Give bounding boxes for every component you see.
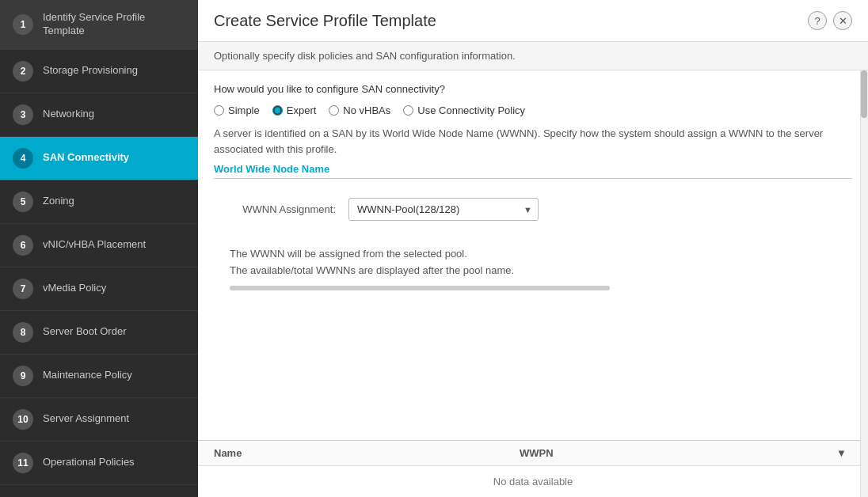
- step-num-3: 3: [13, 104, 33, 125]
- step-num-5: 5: [13, 192, 33, 212]
- step-num-9: 9: [13, 366, 33, 386]
- description-text: A server is identified on a SAN by its W…: [214, 126, 852, 157]
- step-label-7: vMedia Policy: [43, 282, 106, 295]
- form-content: How would you like to configure SAN conn…: [198, 70, 868, 440]
- sidebar-item-3[interactable]: 3Networking: [0, 93, 198, 137]
- main-content: Create Service Profile Template ? ✕ Opti…: [198, 0, 868, 497]
- sidebar-item-2[interactable]: 2Storage Provisioning: [0, 50, 198, 93]
- radio-no-vhbas-label: No vHBAs: [343, 104, 390, 116]
- table-col-action: ▼: [836, 447, 852, 459]
- help-button[interactable]: ?: [808, 11, 827, 30]
- step-num-11: 11: [13, 453, 33, 473]
- note-text: The WWNN will be assigned from the selec…: [214, 240, 852, 283]
- step-label-10: Server Assignment: [43, 412, 129, 426]
- sidebar-item-7[interactable]: 7vMedia Policy: [0, 267, 198, 311]
- radio-simple[interactable]: Simple: [214, 104, 260, 116]
- note-line2: The available/total WWNNs are displayed …: [230, 263, 836, 279]
- radio-simple-label: Simple: [228, 104, 260, 116]
- step-label-11: Operational Policies: [43, 456, 135, 469]
- scrollbar-track[interactable]: [860, 70, 868, 497]
- sidebar: 1Identify Service Profile Template2Stora…: [0, 0, 198, 497]
- step-num-6: 6: [13, 235, 33, 256]
- note-line1: The WWNN will be assigned from the selec…: [230, 246, 836, 263]
- table-body: No data available: [198, 466, 868, 497]
- radio-expert-input[interactable]: [272, 105, 283, 116]
- step-label-5: Zoning: [43, 195, 74, 208]
- sidebar-item-11[interactable]: 11Operational Policies: [0, 442, 198, 485]
- step-label-1: Identify Service Profile Template: [43, 11, 185, 38]
- radio-use-connectivity-input[interactable]: [403, 105, 413, 116]
- connectivity-question-row: How would you like to configure SAN conn…: [214, 83, 852, 95]
- table-col-name: Name: [214, 447, 520, 459]
- sidebar-item-4[interactable]: 4SAN Connectivity: [0, 137, 198, 180]
- table-action-icon[interactable]: ▼: [836, 447, 847, 459]
- connectivity-question: How would you like to configure SAN conn…: [214, 83, 852, 95]
- scrollbar-thumb[interactable]: [861, 70, 867, 118]
- step-label-6: vNIC/vHBA Placement: [43, 238, 146, 252]
- step-label-8: Server Boot Order: [43, 325, 127, 339]
- step-label-4: SAN Connectivity: [43, 151, 129, 165]
- sidebar-item-9[interactable]: 9Maintenance Policy: [0, 355, 198, 398]
- wwnn-label: WWNN Assignment:: [230, 203, 348, 215]
- radio-use-connectivity[interactable]: Use Connectivity Policy: [403, 104, 525, 116]
- dialog-header: Create Service Profile Template ? ✕: [198, 0, 868, 42]
- sidebar-item-10[interactable]: 10Server Assignment: [0, 398, 198, 442]
- step-num-1: 1: [13, 14, 33, 35]
- table-area: Name WWPN ▼ No data available: [198, 440, 868, 497]
- table-col-wwpn: WWPN: [520, 447, 836, 459]
- radio-group: Simple Expert No vHBAs Use Connectivity …: [214, 104, 852, 116]
- info-banner-text: Optionally specify disk policies and SAN…: [214, 50, 516, 62]
- dialog-title: Create Service Profile Template: [214, 12, 436, 30]
- step-num-10: 10: [13, 409, 33, 430]
- sidebar-item-8[interactable]: 8Server Boot Order: [0, 311, 198, 355]
- sidebar-item-6[interactable]: 6vNIC/vHBA Placement: [0, 224, 198, 267]
- step-num-7: 7: [13, 279, 33, 299]
- step-label-3: Networking: [43, 108, 94, 121]
- radio-no-vhbas-input[interactable]: [329, 105, 339, 116]
- radio-no-vhbas[interactable]: No vHBAs: [329, 104, 390, 116]
- info-banner: Optionally specify disk policies and SAN…: [198, 42, 868, 70]
- step-num-4: 4: [13, 148, 33, 169]
- step-label-2: Storage Provisioning: [43, 64, 138, 78]
- section-heading: World Wide Node Name: [214, 163, 852, 179]
- sidebar-item-5[interactable]: 5Zoning: [0, 180, 198, 224]
- no-data-message: No data available: [493, 476, 573, 488]
- radio-simple-input[interactable]: [214, 105, 224, 116]
- content-scroll: How would you like to configure SAN conn…: [198, 70, 868, 497]
- scroll-bar: [230, 286, 610, 290]
- sidebar-item-1[interactable]: 1Identify Service Profile Template: [0, 0, 198, 50]
- wwnn-field-row: WWNN Assignment: WWNN-Pool(128/128) Othe…: [214, 192, 852, 227]
- header-actions: ? ✕: [808, 11, 852, 30]
- radio-expert[interactable]: Expert: [272, 104, 317, 116]
- step-num-8: 8: [13, 322, 33, 343]
- wwnn-select[interactable]: WWNN-Pool(128/128) Other Pool: [348, 198, 539, 221]
- step-label-9: Maintenance Policy: [43, 369, 132, 382]
- table-header: Name WWPN ▼: [198, 441, 868, 466]
- step-num-2: 2: [13, 61, 33, 82]
- wwnn-select-wrapper: WWNN-Pool(128/128) Other Pool ▼: [348, 198, 539, 221]
- wwnn-control: WWNN-Pool(128/128) Other Pool ▼: [348, 198, 602, 221]
- close-button[interactable]: ✕: [833, 11, 852, 30]
- radio-use-connectivity-label: Use Connectivity Policy: [417, 104, 525, 116]
- scroll-indicator: [214, 283, 852, 303]
- radio-expert-label: Expert: [287, 104, 317, 116]
